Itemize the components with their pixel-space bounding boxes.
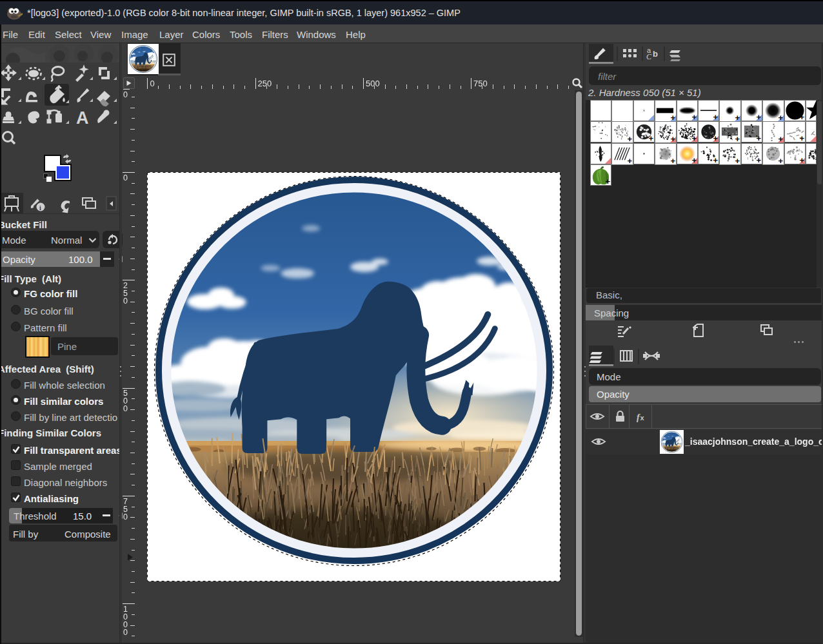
svg-text:b: b: [653, 49, 658, 59]
svg-text:A: A: [76, 108, 89, 128]
svg-text:i: i: [39, 204, 41, 211]
svg-text:x: x: [640, 414, 645, 422]
svg-text:C: C: [646, 52, 652, 61]
